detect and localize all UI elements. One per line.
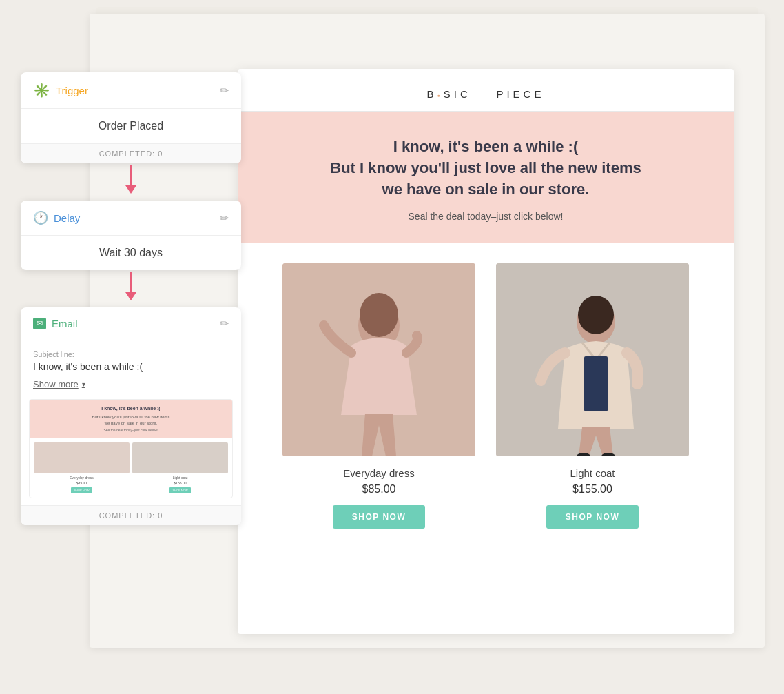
email-subtext: Seal the deal today–just click below! <box>279 211 692 222</box>
delay-label: 🕐 Delay <box>33 210 80 225</box>
delay-icon: 🕐 <box>33 210 48 225</box>
email-icon: ✉ <box>33 318 46 329</box>
arrow-trigger-to-delay <box>125 165 136 199</box>
email-edit-icon[interactable]: ✏ <box>220 317 229 330</box>
arrow-line-2 <box>130 272 132 292</box>
product-card-2: Light coat $155.00 SHOP NOW <box>496 263 689 529</box>
product-price-1: $85.00 <box>282 483 475 496</box>
product-image-2 <box>496 263 689 456</box>
delay-card-header: 🕐 Delay ✏ <box>21 201 241 236</box>
email-label: ✉ Email <box>33 318 78 329</box>
trigger-card-header: ✳️ Trigger ✏ <box>21 72 241 109</box>
email-preview-panel: B●SIC PIECE I know, it's been a while :(… <box>238 69 734 634</box>
email-hero-section: I know, it's been a while :( But I know … <box>238 112 734 243</box>
product-card-1: Everyday dress $85.00 SHOP NOW <box>282 263 475 529</box>
email-subject-section: Subject line: I know, it's been a while … <box>21 340 241 392</box>
mini-product-name-2: Light coat <box>132 476 228 480</box>
trigger-icon: ✳️ <box>33 82 50 99</box>
subject-value: I know, it's been a while :( <box>33 361 229 372</box>
delay-edit-icon[interactable]: ✏ <box>220 212 229 225</box>
svg-point-7 <box>578 296 614 334</box>
product-name-2: Light coat <box>496 467 689 479</box>
product-image-svg-2 <box>496 263 689 456</box>
mini-product-2: Light coat $155.00 SHOP NOW <box>132 442 228 493</box>
trigger-event: Order Placed <box>21 109 241 143</box>
shop-now-button-2[interactable]: SHOP NOW <box>546 505 639 529</box>
mini-products-section: Everyday dress $85.00 SHOP NOW Light coa… <box>30 438 232 498</box>
mini-product-img-2 <box>132 442 228 473</box>
delay-card: 🕐 Delay ✏ Wait 30 days <box>21 201 241 270</box>
product-name-1: Everyday dress <box>282 467 475 479</box>
subject-label: Subject line: <box>33 350 229 358</box>
arrow-head-1 <box>125 185 136 194</box>
mini-hero-section: I know, it's been a while :( But I know … <box>30 400 232 438</box>
email-headline: I know, it's been a while :( But I know … <box>279 136 692 200</box>
arrow-head-2 <box>125 292 136 300</box>
svg-point-3 <box>360 293 398 337</box>
show-more-link[interactable]: Show more ▾ <box>33 379 229 389</box>
brand-name: B●SIC PIECE <box>251 88 720 100</box>
mini-product-price-2: $155.00 <box>132 481 228 485</box>
mini-email-preview: I know, it's been a while :( But I know … <box>29 399 233 498</box>
shop-now-button-1[interactable]: SHOP NOW <box>333 505 425 529</box>
mini-product-name-1: Everyday dress <box>34 476 130 480</box>
mini-product-price-1: $85.00 <box>34 481 130 485</box>
email-card-header: ✉ Email ✏ <box>21 307 241 340</box>
mini-product-1: Everyday dress $85.00 SHOP NOW <box>34 442 130 493</box>
mini-shop-btn-2: SHOP NOW <box>169 487 190 493</box>
mini-shop-btn-1: SHOP NOW <box>71 487 92 493</box>
product-image-1 <box>282 263 475 456</box>
arrow-line-1 <box>130 165 132 185</box>
product-image-svg-1 <box>282 263 475 456</box>
trigger-completed: COMPLETED: 0 <box>21 143 241 163</box>
email-completed: COMPLETED: 0 <box>21 505 241 525</box>
trigger-edit-icon[interactable]: ✏ <box>220 84 229 97</box>
arrow-delay-to-email <box>125 272 136 306</box>
svg-rect-8 <box>584 356 608 411</box>
trigger-card: ✳️ Trigger ✏ Order Placed COMPLETED: 0 <box>21 72 241 163</box>
trigger-label: ✳️ Trigger <box>33 82 88 99</box>
delay-duration: Wait 30 days <box>21 236 241 270</box>
workflow-container: ✳️ Trigger ✏ Order Placed COMPLETED: 0 🕐… <box>14 72 248 525</box>
email-products-section: Everyday dress $85.00 SHOP NOW <box>238 243 734 549</box>
mini-product-img-1 <box>34 442 130 473</box>
chevron-down-icon: ▾ <box>82 380 85 388</box>
email-header: B●SIC PIECE <box>238 69 734 112</box>
email-card: ✉ Email ✏ Subject line: I know, it's bee… <box>21 307 241 525</box>
product-price-2: $155.00 <box>496 483 689 496</box>
